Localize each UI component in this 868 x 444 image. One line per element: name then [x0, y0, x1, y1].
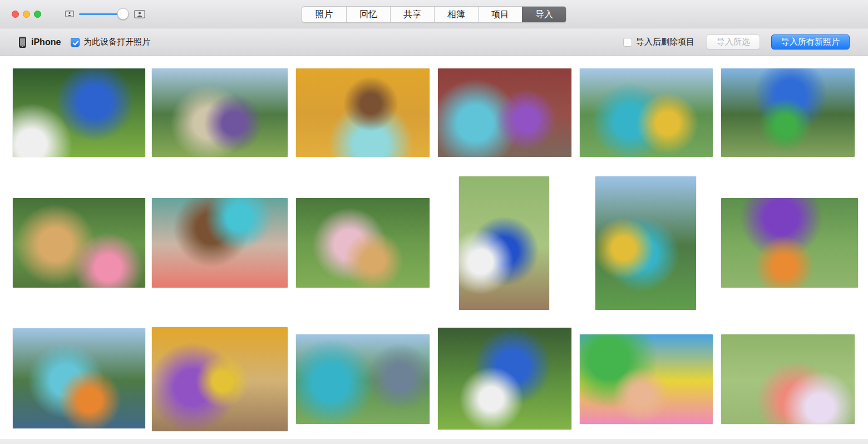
open-photos-checkbox-label[interactable]: 为此设备打开照片 — [83, 37, 150, 47]
photo-thumbnail-boy-medal[interactable] — [459, 176, 549, 310]
slider-knob[interactable] — [117, 8, 129, 20]
photo-thumbnail-girl-pigtails[interactable] — [296, 68, 430, 157]
tab-memories[interactable]: 回忆 — [346, 7, 390, 22]
import-all-new-photos-button[interactable]: 导入所有新照片 — [771, 34, 850, 50]
photo-grid — [0, 56, 868, 440]
small-thumbnails-icon — [65, 11, 74, 17]
photo-thumbnail-girl-party-hat[interactable] — [721, 198, 858, 288]
photo-thumbnail-girl-puppy[interactable] — [13, 198, 145, 288]
delete-after-import-checkbox-label[interactable]: 导入后删除项目 — [636, 37, 694, 47]
photo-thumbnail-family-hike[interactable] — [595, 176, 696, 310]
photo-thumbnail-couple-meadow[interactable] — [152, 68, 288, 157]
view-tabs: 照片 回忆 共享 相簿 项目 导入 — [302, 6, 566, 23]
photo-thumbnail-kids-bench[interactable] — [152, 327, 288, 431]
photo-thumbnail-girls-barn[interactable] — [438, 68, 571, 157]
photo-thumbnail-family-puppy-yard[interactable] — [296, 198, 430, 288]
window-controls — [12, 0, 41, 28]
window-bottom-edge — [0, 440, 868, 444]
photo-thumbnail-kids-field-walk[interactable] — [296, 334, 430, 424]
tab-shared[interactable]: 共享 — [390, 7, 434, 22]
delete-after-import-checkbox[interactable] — [623, 38, 632, 47]
slider-fill — [79, 13, 123, 15]
zoom-window-button[interactable] — [34, 11, 41, 18]
tab-projects[interactable]: 项目 — [478, 7, 522, 22]
large-thumbnails-icon — [134, 10, 145, 18]
photo-thumbnail-canoe-lake[interactable] — [13, 328, 145, 428]
photo-thumbnail-boy-bike[interactable] — [721, 68, 855, 157]
device-name-label: iPhone — [31, 37, 61, 47]
open-photos-checkbox[interactable] — [71, 38, 80, 47]
import-toolbar: iPhone 为此设备打开照片 导入后删除项目 导入所选 导入所有新照片 — [0, 28, 868, 56]
thumbnail-size-slider — [65, 0, 145, 28]
photo-thumbnail-birthday-pair[interactable] — [152, 198, 288, 288]
iphone-device-icon — [19, 37, 26, 48]
tab-albums[interactable]: 相簿 — [434, 7, 478, 22]
minimize-window-button[interactable] — [23, 11, 30, 18]
photo-thumbnail-boy-kick-ball[interactable] — [438, 328, 571, 430]
slider-track[interactable] — [79, 13, 129, 15]
tab-photos[interactable]: 照片 — [302, 7, 346, 22]
photo-thumbnail-boy-soccer-kneel[interactable] — [13, 68, 145, 157]
photo-thumbnail-kids-hillside[interactable] — [580, 68, 713, 157]
photo-thumbnail-girl-flowers[interactable] — [721, 334, 855, 424]
import-selected-button[interactable]: 导入所选 — [707, 34, 760, 50]
close-window-button[interactable] — [12, 11, 19, 18]
tab-import[interactable]: 导入 — [522, 7, 566, 22]
photo-thumbnail-girl-balloons[interactable] — [580, 334, 713, 424]
titlebar: 照片 回忆 共享 相簿 项目 导入 — [0, 0, 868, 28]
photos-app-window: 照片 回忆 共享 相簿 项目 导入 iPhone 为此设备打开照片 导入后删除项… — [0, 0, 868, 444]
